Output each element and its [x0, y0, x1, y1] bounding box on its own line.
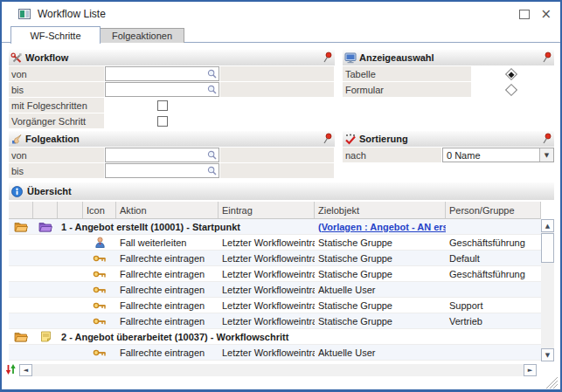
bis-label: bis — [9, 163, 104, 178]
sortierung-panel-title: Sortierung — [359, 134, 408, 144]
close-button[interactable]: × — [540, 9, 552, 19]
table-header: Icon Aktion Eintrag Zielobjekt Person/Gr… — [9, 202, 541, 219]
formular-radio[interactable] — [505, 83, 517, 95]
chevron-down-icon[interactable]: ▼ — [539, 148, 553, 162]
maximize-button[interactable] — [519, 10, 530, 19]
icon-cell — [83, 348, 116, 357]
workflow-liste-window: Workflow Liste × WF-Schritte Folgeaktion… — [0, 0, 562, 392]
hand-pointer-icon — [10, 134, 23, 145]
aktion-cell: Fallrechte eintragen — [116, 269, 219, 279]
sort-dropdown-value: 0 Name — [447, 150, 481, 161]
sort-dropdown[interactable]: 0 Name ▼ — [442, 148, 554, 162]
column-header[interactable] — [58, 202, 83, 218]
column-header[interactable] — [9, 202, 33, 218]
column-header-eintrag[interactable]: Eintrag — [219, 202, 315, 218]
workflow-panel-header: Workflow — [9, 50, 335, 65]
vorgaenger-schritt-row: Vorgänger Schritt — [9, 113, 219, 128]
uebersicht-header: Übersicht — [9, 182, 554, 200]
workflow-von-input[interactable] — [105, 66, 219, 81]
vertical-scrollbar-thumb[interactable] — [541, 233, 554, 263]
window-title: Workflow Liste — [38, 8, 106, 20]
anzeigeauswahl-panel: Anzeigeauswahl Tabelle Formular — [343, 50, 554, 98]
folgeaktion-von-input[interactable] — [105, 148, 219, 162]
folder-orange-icon — [14, 221, 28, 232]
column-header-person-gruppe[interactable]: Person/Gruppe — [446, 202, 541, 218]
person-gruppe-cell: Default — [446, 253, 541, 264]
pin-icon[interactable] — [323, 52, 332, 63]
sortierung-panel-header: Sortierung — [343, 131, 554, 147]
tab-wf-schritte[interactable]: WF-Schritte — [10, 26, 101, 44]
table-row[interactable]: Fallrechte eintragenLetzter Workfloweint… — [9, 251, 541, 266]
magnifier-icon[interactable] — [207, 69, 217, 79]
vertical-scrollbar[interactable]: ▲ ▼ — [541, 219, 554, 361]
scroll-up-button[interactable]: ▲ — [541, 219, 554, 232]
table-row[interactable]: Fallrechte eintragenLetzter Workfloweint… — [9, 298, 541, 313]
icon-cell — [83, 285, 116, 294]
table-row[interactable]: Fallrechte eintragenLetzter Workfloweint… — [9, 345, 541, 361]
zielobjekt-cell: Statische Gruppe — [315, 253, 446, 264]
anzeigeauswahl-panel-header: Anzeigeauswahl — [343, 50, 554, 65]
zielobjekt-cell: Statische Gruppe — [315, 269, 446, 279]
icon-cell — [83, 254, 116, 263]
vorgaenger-schritt-label: Vorgänger Schritt — [9, 113, 104, 128]
mit-folgeschritten-checkbox[interactable] — [157, 100, 168, 111]
table-row[interactable]: Fall weiterleitenLetzter Workfloweintrag… — [9, 235, 541, 251]
workflow-panel-title: Workflow — [25, 52, 68, 63]
column-header-zielobjekt[interactable]: Zielobjekt — [315, 202, 446, 218]
person-gruppe-cell: Geschäftsführung — [446, 269, 541, 279]
pin-icon[interactable] — [542, 52, 552, 63]
folgeaktion-von-row: von — [9, 148, 334, 162]
monitor-icon — [344, 52, 357, 64]
folgeaktion-panel-header: Folgeaktion — [9, 131, 335, 147]
table-row[interactable]: 2 - Angebot überarbeitet (10037) - Workf… — [9, 329, 541, 345]
person-gruppe-cell: Support — [446, 300, 541, 311]
row-filler — [220, 66, 334, 81]
icon-cell — [33, 331, 58, 342]
folgeaktion-panel-title: Folgeaktion — [25, 134, 80, 144]
eintrag-cell: Letzter Workfloweintrag — [219, 237, 315, 248]
icon-cell — [33, 221, 58, 232]
table-row[interactable]: Fall weiterleitenLetzter Workfloweintrag… — [9, 361, 541, 361]
folgeaktion-panel: Folgeaktion von bis — [9, 131, 335, 179]
table-body: 1 - Angebot erstellt (10001) - Startpunk… — [9, 219, 541, 361]
tab-folgeaktionen[interactable]: Folgeaktionen — [100, 28, 184, 43]
vorgaenger-schritt-checkbox[interactable] — [157, 116, 168, 127]
zielobjekt-cell: Statische Gruppe — [315, 237, 446, 248]
workflow-bis-input[interactable] — [105, 82, 219, 97]
zielobjekt-cell: Aktuelle User — [315, 285, 446, 295]
magnifier-icon[interactable] — [207, 85, 217, 94]
pin-icon[interactable] — [323, 133, 332, 144]
zielobjekt-cell: Statische Gruppe — [315, 316, 446, 327]
scroll-down-button[interactable]: ▼ — [541, 348, 554, 361]
column-header-icon[interactable]: Icon — [83, 202, 116, 218]
mit-folgeschritten-label: mit Folgeschritten — [9, 98, 104, 113]
zielobjekt-cell: Aktuelle User — [315, 347, 446, 358]
table-row[interactable]: Fallrechte eintragenLetzter Workfloweint… — [9, 266, 541, 282]
magnifier-icon[interactable] — [207, 150, 217, 160]
scroll-left-button[interactable]: ◄ — [19, 364, 32, 376]
folder-orange-icon — [14, 331, 28, 342]
key-icon — [93, 317, 107, 326]
person-gruppe-cell: Vertrieb — [446, 316, 541, 327]
column-header-aktion[interactable]: Aktion — [116, 202, 219, 218]
table-row[interactable]: Fallrechte eintragenLetzter Workfloweint… — [9, 282, 541, 298]
table-row[interactable]: 1 - Angebot erstellt (10001) - Startpunk… — [9, 219, 541, 235]
horizontal-scrollbar[interactable]: ◄ ► — [19, 364, 537, 376]
table-row[interactable]: Fallrechte eintragenLetzter Workfloweint… — [9, 313, 541, 329]
tools-icon — [10, 52, 23, 64]
vorlagen-link[interactable]: (Vorlagen : Angebot - AN erstellt) — [318, 222, 446, 232]
column-header[interactable] — [33, 202, 58, 218]
aktion-cell: Fallrechte eintragen — [116, 300, 219, 311]
pin-icon[interactable] — [542, 133, 552, 144]
magnifier-icon[interactable] — [207, 166, 217, 175]
icon-cell — [83, 270, 116, 279]
tabelle-radio[interactable] — [505, 67, 517, 79]
scroll-right-button[interactable]: ► — [524, 364, 537, 376]
titlebar[interactable]: Workflow Liste × — [2, 3, 560, 24]
sort-arrows-icon[interactable] — [4, 363, 17, 375]
workflow-bis-row: bis — [9, 82, 334, 97]
folgeaktion-bis-input[interactable] — [105, 163, 219, 178]
icon-cell — [9, 331, 33, 342]
resize-grip[interactable] — [545, 376, 559, 389]
key-icon — [93, 348, 107, 357]
